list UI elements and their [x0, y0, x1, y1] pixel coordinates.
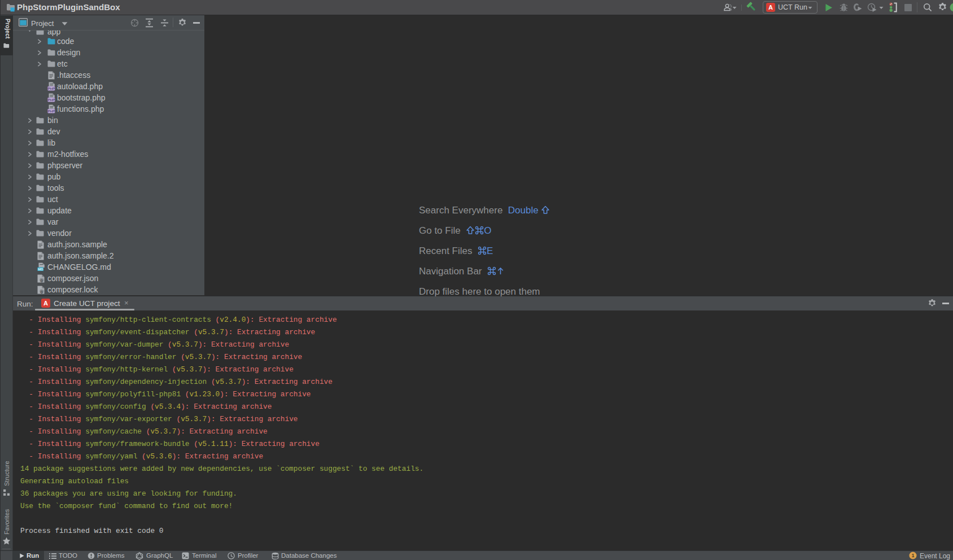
svg-text:PHP: PHP	[47, 98, 55, 102]
svg-text:PHP: PHP	[47, 109, 55, 113]
svg-text:MD: MD	[38, 267, 43, 271]
svg-text:1: 1	[912, 553, 915, 558]
svg-text:A: A	[768, 4, 773, 11]
svg-text:PHP: PHP	[47, 86, 55, 90]
svg-text:A: A	[43, 300, 48, 307]
svg-text:(): ()	[41, 278, 43, 282]
svg-text:(): ()	[41, 290, 43, 294]
